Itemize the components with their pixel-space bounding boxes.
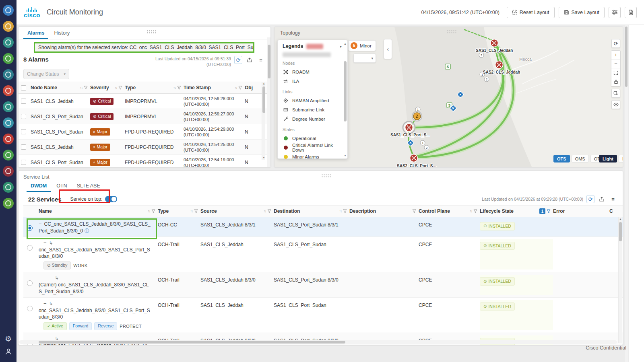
filter-icon[interactable] bbox=[473, 209, 477, 213]
col-extra[interactable]: C bbox=[609, 208, 613, 214]
layer-oms-button[interactable]: OMS bbox=[572, 155, 589, 162]
col-control-plane[interactable]: Control Plane bbox=[419, 208, 450, 214]
col-description[interactable]: Description bbox=[349, 208, 376, 214]
col-type[interactable]: Type bbox=[125, 85, 136, 90]
app-icon-5[interactable] bbox=[3, 69, 14, 80]
collapse-toggle[interactable]: − bbox=[43, 240, 47, 246]
app-icon-1[interactable] bbox=[3, 5, 14, 16]
col-node-name[interactable]: Node Name bbox=[31, 85, 57, 90]
alarms-table-scrollbar[interactable]: ▲ ▼ bbox=[262, 82, 265, 160]
zoom-out-icon[interactable]: − bbox=[611, 60, 620, 68]
col-source[interactable]: Source bbox=[200, 208, 217, 214]
col-error[interactable]: Error bbox=[553, 208, 565, 214]
theme-light-button[interactable]: Light bbox=[599, 155, 617, 162]
severity-dropdown[interactable]: ▾ bbox=[353, 53, 376, 63]
fit-view-icon[interactable] bbox=[611, 68, 620, 77]
report-document-icon[interactable] bbox=[625, 7, 637, 18]
map-node-sas1-cls-jeddah[interactable] bbox=[491, 39, 498, 47]
filter-icon[interactable] bbox=[238, 86, 242, 90]
service-row[interactable]: ↳(Carrier) onc_SAS1_CLS_Jeddah_8/3/0_SAS… bbox=[23, 272, 623, 298]
service-radio[interactable] bbox=[27, 225, 33, 231]
change-status-select[interactable]: Change Status ▾ bbox=[23, 69, 69, 79]
sort-icon[interactable]: ↑↓ bbox=[173, 86, 176, 90]
theme-dark-button[interactable]: Dark bbox=[619, 155, 623, 162]
tab-dwdm[interactable]: DWDM bbox=[27, 181, 51, 192]
alarm-row[interactable]: SAS1_CLS_Jeddah⊘CriticalIMPROPRMVL04/10/… bbox=[19, 94, 270, 109]
lock-icon[interactable] bbox=[611, 77, 620, 86]
refresh-icon[interactable]: ⟳ bbox=[586, 195, 594, 203]
row-checkbox[interactable] bbox=[21, 160, 26, 165]
refresh-icon[interactable]: ⟳ bbox=[234, 56, 242, 64]
save-layout-button[interactable]: Save Layout bbox=[559, 7, 605, 18]
app-icon-10[interactable] bbox=[3, 150, 14, 160]
sort-icon[interactable]: ↑↓ bbox=[80, 86, 83, 90]
map-node-sas2-cls-port-sudan[interactable] bbox=[410, 154, 418, 162]
topology-drag-handle[interactable] bbox=[447, 30, 457, 33]
map-node-z-end[interactable]: Z bbox=[412, 111, 422, 121]
service-radio[interactable] bbox=[27, 245, 33, 251]
alarm-row[interactable]: SAS1_CLS_Jeddah»MajorFPD-UPG-REQUIRED04/… bbox=[19, 140, 270, 155]
col-type[interactable]: Type bbox=[158, 208, 169, 214]
table-menu-icon[interactable]: ≡ bbox=[609, 195, 617, 203]
col-lifecycle-state[interactable]: Lifecycle State bbox=[480, 208, 514, 214]
service-radio[interactable] bbox=[27, 280, 33, 286]
alarm-row[interactable]: SAS1_CLS_Port_Sudan»MajorFPD-UPG-REQUIRE… bbox=[19, 124, 270, 140]
filter-icon[interactable] bbox=[547, 209, 551, 213]
service-name[interactable]: −CC_onc_SAS1_CLS_Jeddah_8/3/0_SAS1_CLS_P… bbox=[39, 220, 158, 234]
filter-icon[interactable] bbox=[118, 86, 122, 90]
col-name[interactable]: Name bbox=[39, 208, 52, 214]
legend-scrollbar[interactable]: ▲ ▼ bbox=[343, 42, 347, 158]
app-icon-7[interactable] bbox=[3, 101, 14, 112]
filter-icon[interactable] bbox=[151, 209, 155, 213]
service-name[interactable]: −↳onc_SAS1_CLS_Jeddah_8/3/0_SAS1_CLS_Por… bbox=[39, 239, 158, 269]
app-icon-2[interactable] bbox=[3, 21, 14, 32]
sort-icon[interactable]: ↑↓ bbox=[235, 86, 237, 90]
app-icon-8[interactable] bbox=[3, 117, 14, 128]
sort-icon[interactable]: ↑↓ bbox=[264, 209, 266, 213]
app-icon-4[interactable] bbox=[3, 53, 14, 64]
service-list-drag-handle[interactable] bbox=[321, 174, 332, 177]
layer-ots-button[interactable]: OTS bbox=[553, 155, 570, 162]
user-profile-icon[interactable] bbox=[4, 348, 12, 356]
filter-icon[interactable] bbox=[84, 86, 88, 90]
minor-alarm-chip[interactable]: 5 Minor bbox=[348, 40, 376, 51]
service-on-top-toggle[interactable] bbox=[105, 196, 117, 202]
service-row[interactable]: −↳onc_SAS1_CLS_Jeddah_8/3/0_SAS1_CLS_Por… bbox=[23, 298, 623, 333]
col-time-stamp[interactable]: Time Stamp bbox=[184, 85, 211, 90]
app-icon-9[interactable] bbox=[3, 134, 14, 144]
reset-layout-button[interactable]: Reset Layout bbox=[507, 7, 555, 18]
filter-icon[interactable] bbox=[412, 209, 416, 213]
service-row[interactable]: −↳onc_SAS1_CLS_Jeddah_8/3/0_SAS1_CLS_Por… bbox=[23, 237, 623, 272]
filter-icon[interactable] bbox=[267, 209, 271, 213]
sort-icon[interactable]: ↑↓ bbox=[470, 209, 473, 213]
row-checkbox[interactable] bbox=[21, 144, 26, 150]
service-horizontal-scrollbar[interactable] bbox=[19, 340, 617, 344]
settings-gear-icon[interactable]: ⚙ bbox=[5, 335, 12, 343]
tab-slte-ase[interactable]: SLTE ASE bbox=[73, 181, 104, 192]
sort-icon[interactable]: ↑↓ bbox=[339, 209, 342, 213]
visibility-eye-icon[interactable] bbox=[611, 100, 620, 109]
chevron-down-icon[interactable]: ▾ bbox=[340, 44, 342, 49]
tab-otn[interactable]: OTN bbox=[52, 181, 71, 192]
page-scrollbar[interactable] bbox=[625, 25, 628, 362]
tab-alarms[interactable]: Alarms bbox=[23, 29, 48, 39]
service-radio[interactable] bbox=[27, 306, 33, 311]
map-refresh-icon[interactable]: ⟳ bbox=[611, 39, 620, 48]
collapse-toggle[interactable]: − bbox=[39, 221, 42, 227]
alarms-panel-scrollbar[interactable] bbox=[267, 37, 270, 167]
lifecycle-filter-count[interactable]: 1 bbox=[539, 208, 545, 214]
sort-icon[interactable]: ↑↓ bbox=[115, 86, 118, 90]
service-table-scrollbar[interactable]: ▲ bbox=[618, 217, 622, 343]
layout-settings-icon[interactable] bbox=[609, 7, 621, 18]
app-icon-6[interactable] bbox=[3, 85, 14, 96]
col-severity[interactable]: Severity bbox=[90, 85, 109, 90]
info-icon[interactable]: ⓘ bbox=[85, 228, 89, 234]
app-icon-13[interactable] bbox=[3, 198, 14, 209]
row-checkbox[interactable] bbox=[21, 129, 26, 134]
select-all-checkbox[interactable] bbox=[21, 85, 26, 90]
row-checkbox[interactable] bbox=[21, 99, 26, 104]
export-icon[interactable] bbox=[598, 195, 606, 203]
app-icon-12[interactable] bbox=[3, 182, 14, 193]
col-destination[interactable]: Destination bbox=[274, 208, 300, 214]
map-node-sas2-cls-jeddah[interactable] bbox=[495, 61, 503, 69]
